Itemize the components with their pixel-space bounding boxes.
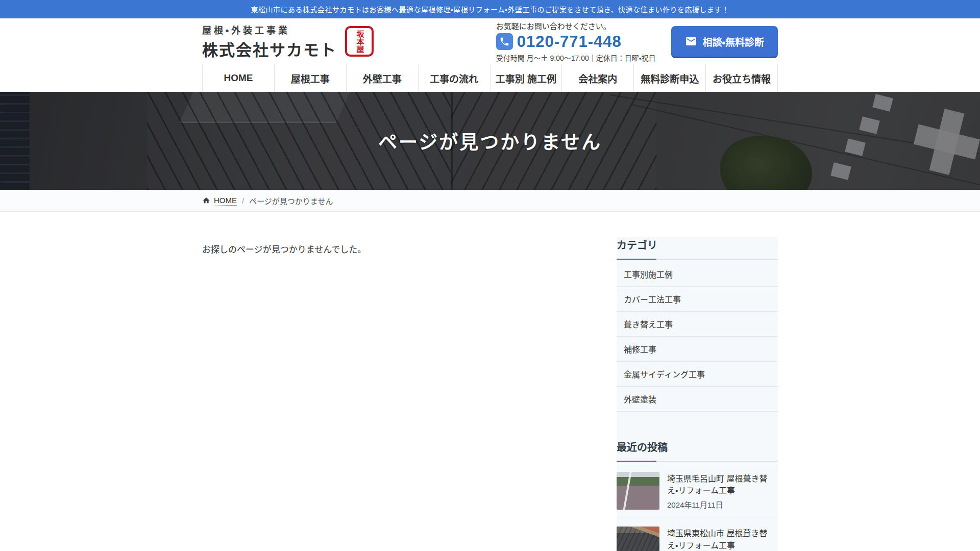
nav-item-company[interactable]: 会社案内 (562, 64, 633, 92)
global-nav: HOME 屋根工事 外壁工事 工事の流れ 工事別 施工例 会社案内 無料診断申込… (0, 64, 980, 92)
post-item[interactable]: 埼玉県東松山市 屋根葺き替え・リフォーム工事 2024年11月11日 (617, 518, 778, 551)
categories-widget: カテゴリ 工事別施工例 カバー工法工事 葺き替え工事 補修工事 金属サイディング… (617, 237, 778, 412)
post-date: 2024年11月11日 (667, 499, 778, 510)
nav-item-wall-work[interactable]: 外壁工事 (347, 64, 418, 92)
logo-company-name: 株式会社サカモト (202, 37, 337, 60)
home-icon (202, 196, 210, 205)
sidebar: カテゴリ 工事別施工例 カバー工法工事 葺き替え工事 補修工事 金属サイディング… (617, 237, 778, 551)
category-link-reroofing[interactable]: 葺き替え工事 (617, 312, 778, 336)
nav-item-useful-info[interactable]: お役立ち情報 (706, 64, 777, 92)
contact-note: お気軽にお問い合わせください。 (496, 20, 656, 31)
nav-item-home[interactable]: HOME (203, 64, 274, 92)
notfound-message: お探しのページが見つかりませんでした。 (202, 242, 591, 255)
post-title-link[interactable]: 埼玉県毛呂山町 屋根葺き替え・リフォーム工事 (667, 473, 778, 496)
category-link-case-examples[interactable]: 工事別施工例 (617, 262, 778, 286)
nav-item-roof-work[interactable]: 屋根工事 (275, 64, 346, 92)
page-hero: ページが見つかりません (0, 92, 980, 190)
site-logo[interactable]: 屋根・外装工事業 株式会社サカモト 坂本屋 (202, 23, 374, 60)
post-title-link[interactable]: 埼玉県東松山市 屋根葺き替え・リフォーム工事 (667, 528, 778, 551)
breadcrumb: HOME / ページが見つかりません (202, 195, 778, 206)
categories-title: カテゴリ (617, 237, 778, 260)
post-thumbnail (617, 472, 659, 510)
nav-item-free-diagnosis[interactable]: 無料診断申込 (634, 64, 705, 92)
recent-posts-widget: 最近の投稿 埼玉県毛呂山町 屋根葺き替え・リフォーム工事 2024年11月11日… (617, 439, 778, 551)
logo-tagline: 屋根・外装工事業 (202, 23, 337, 36)
phone-number-link[interactable]: 0120-771-448 (517, 33, 622, 51)
mail-icon (685, 35, 697, 47)
category-link-wall-painting[interactable]: 外壁塗装 (617, 387, 778, 411)
breadcrumb-separator: / (242, 196, 244, 205)
reception-hours: 受付時間 月〜土 9:00〜17:00｜定休日：日曜・祝日 (496, 53, 656, 63)
breadcrumb-bar: HOME / ページが見つかりません (0, 190, 980, 212)
consultation-cta-button[interactable]: 相談・無料診断 (671, 26, 778, 57)
site-header: 屋根・外装工事業 株式会社サカモト 坂本屋 お気軽にお問い合わせください。 01… (0, 18, 980, 64)
main-content: お探しのページが見つかりませんでした。 (202, 237, 591, 255)
company-seal-icon: 坂本屋 (345, 26, 374, 57)
recent-posts-title: 最近の投稿 (617, 439, 778, 462)
category-link-cover-method[interactable]: カバー工法工事 (617, 287, 778, 311)
breadcrumb-current: ページが見つかりません (249, 195, 333, 206)
announcement-bar: 東松山市にある株式会社サカモトはお客様へ最適な屋根修理・屋根リフォーム・外壁工事… (0, 0, 980, 18)
header-contact-info: お気軽にお問い合わせください。 0120-771-448 受付時間 月〜土 9:… (496, 20, 656, 63)
breadcrumb-home-link[interactable]: HOME (202, 196, 237, 206)
category-link-metal-siding[interactable]: 金属サイディング工事 (617, 362, 778, 386)
phone-icon (496, 33, 513, 50)
cta-label: 相談・無料診断 (703, 35, 764, 48)
announcement-text: 東松山市にある株式会社サカモトはお客様へ最適な屋根修理・屋根リフォーム・外壁工事… (251, 4, 729, 14)
post-item[interactable]: 埼玉県毛呂山町 屋根葺き替え・リフォーム工事 2024年11月11日 (617, 464, 778, 518)
nav-item-case-examples[interactable]: 工事別 施工例 (491, 64, 562, 92)
post-thumbnail (617, 527, 659, 551)
nav-item-work-flow[interactable]: 工事の流れ (419, 64, 490, 92)
page-title: ページが見つかりません (378, 127, 602, 155)
category-link-repair[interactable]: 補修工事 (617, 337, 778, 361)
